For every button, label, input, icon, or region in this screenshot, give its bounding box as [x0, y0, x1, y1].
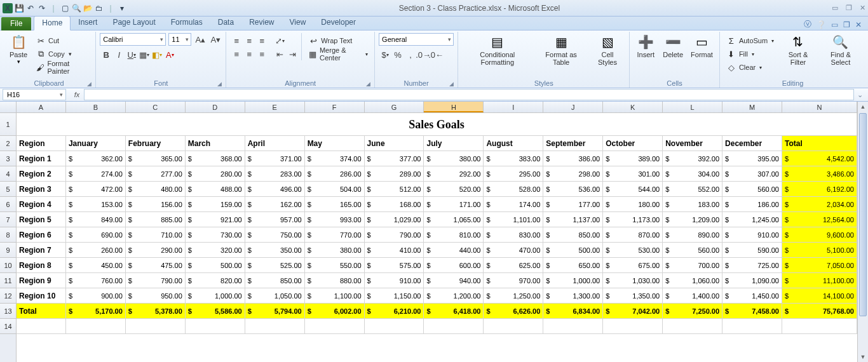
data-cell[interactable]: $536.00 — [543, 182, 603, 197]
ribbon-close-icon[interactable]: ✕ — [855, 20, 862, 29]
data-cell[interactable]: $1,050.00 — [245, 288, 305, 304]
data-cell[interactable]: $1,209.00 — [663, 212, 722, 227]
dec-decimal-icon[interactable]: .0← — [430, 48, 442, 61]
data-cell[interactable]: $286.00 — [305, 166, 365, 182]
number-format-select[interactable]: General — [379, 33, 454, 46]
col-total[interactable]: $7,250.00 — [663, 304, 722, 319]
sort-filter-button[interactable]: ⇅Sort & Filter — [779, 33, 817, 67]
data-cell[interactable]: $970.00 — [484, 273, 543, 288]
row-header-7[interactable]: 7 — [0, 212, 16, 227]
row-total[interactable]: $14,100.00 — [782, 288, 857, 304]
data-cell[interactable]: $910.00 — [722, 227, 782, 243]
col-total[interactable]: $5,586.00 — [186, 304, 245, 319]
data-cell[interactable]: $371.00 — [245, 151, 305, 166]
bold-button[interactable]: B — [100, 48, 112, 61]
row-header-1[interactable]: 1 — [0, 113, 16, 136]
data-cell[interactable]: $950.00 — [126, 288, 186, 304]
data-cell[interactable]: $1,250.00 — [484, 288, 543, 304]
data-cell[interactable]: $675.00 — [603, 258, 663, 273]
data-cell[interactable]: $380.00 — [424, 151, 484, 166]
data-cell[interactable]: $790.00 — [126, 273, 186, 288]
row-header-4[interactable]: 4 — [0, 166, 16, 182]
col-header-C[interactable]: C — [126, 102, 186, 112]
row-total[interactable]: $12,564.00 — [782, 212, 857, 227]
col-total[interactable]: $7,458.00 — [722, 304, 782, 319]
data-cell[interactable]: $544.00 — [603, 182, 663, 197]
header-may[interactable]: May — [305, 136, 365, 151]
row-total[interactable]: $2,034.00 — [782, 197, 857, 212]
copy-button[interactable]: ⧉Copy▾ — [33, 48, 92, 60]
empty-cell[interactable] — [126, 319, 186, 334]
tab-developer[interactable]: Developer — [313, 16, 363, 30]
data-cell[interactable]: $177.00 — [543, 197, 603, 212]
data-cell[interactable]: $1,030.00 — [603, 273, 663, 288]
data-cell[interactable]: $1,090.00 — [722, 273, 782, 288]
data-cell[interactable]: $171.00 — [424, 197, 484, 212]
launcher-icon[interactable]: ◢ — [87, 81, 92, 87]
header-july[interactable]: July — [424, 136, 484, 151]
clear-button[interactable]: ◇Clear▾ — [724, 61, 776, 74]
data-cell[interactable]: $156.00 — [126, 197, 186, 212]
inc-indent-icon[interactable]: ⇥ — [286, 48, 299, 60]
col-total[interactable]: $5,170.00 — [66, 304, 126, 319]
data-cell[interactable]: $470.00 — [484, 243, 543, 258]
region-label[interactable]: Region 2 — [17, 166, 66, 182]
data-cell[interactable]: $1,029.00 — [365, 212, 424, 227]
col-header-L[interactable]: L — [663, 102, 722, 112]
data-cell[interactable]: $625.00 — [484, 258, 543, 273]
data-cell[interactable]: $1,065.00 — [424, 212, 484, 227]
col-header-A[interactable]: A — [17, 102, 66, 112]
data-cell[interactable]: $560.00 — [722, 182, 782, 197]
data-cell[interactable]: $1,350.00 — [603, 288, 663, 304]
empty-cell[interactable] — [365, 319, 424, 334]
data-cell[interactable]: $301.00 — [603, 166, 663, 182]
header-september[interactable]: September — [543, 136, 603, 151]
data-cell[interactable]: $600.00 — [424, 258, 484, 273]
dec-indent-icon[interactable]: ⇤ — [273, 48, 286, 60]
data-cell[interactable]: $590.00 — [722, 243, 782, 258]
data-cell[interactable]: $700.00 — [663, 258, 722, 273]
close-icon[interactable]: ✕ — [860, 4, 865, 12]
data-cell[interactable]: $650.00 — [543, 258, 603, 273]
data-cell[interactable]: $389.00 — [603, 151, 663, 166]
data-cell[interactable]: $1,000.00 — [186, 288, 245, 304]
data-cell[interactable]: $280.00 — [186, 166, 245, 182]
select-all-corner[interactable] — [0, 102, 16, 113]
empty-cell[interactable] — [663, 319, 722, 334]
row-header-2[interactable]: 2 — [0, 136, 16, 151]
print-preview-icon[interactable]: 🔍 — [71, 3, 81, 13]
data-cell[interactable]: $277.00 — [126, 166, 186, 182]
font-color-button[interactable]: A▾ — [163, 48, 176, 61]
data-cell[interactable]: $885.00 — [126, 212, 186, 227]
region-label[interactable]: Region 10 — [17, 288, 66, 304]
header-november[interactable]: November — [663, 136, 722, 151]
data-cell[interactable]: $374.00 — [305, 151, 365, 166]
col-header-N[interactable]: N — [782, 102, 857, 112]
launcher-icon[interactable]: ◢ — [366, 81, 370, 87]
data-cell[interactable]: $1,450.00 — [722, 288, 782, 304]
data-cell[interactable]: $165.00 — [305, 197, 365, 212]
row-header-13[interactable]: 13 — [0, 304, 16, 319]
data-cell[interactable]: $993.00 — [305, 212, 365, 227]
header-january[interactable]: January — [66, 136, 126, 151]
autosum-button[interactable]: ΣAutoSum▾ — [724, 34, 776, 47]
data-cell[interactable]: $488.00 — [186, 182, 245, 197]
data-cell[interactable]: $180.00 — [603, 197, 663, 212]
col-header-B[interactable]: B — [66, 102, 126, 112]
region-label[interactable]: Region 7 — [17, 243, 66, 258]
data-cell[interactable]: $260.00 — [66, 243, 126, 258]
col-header-E[interactable]: E — [245, 102, 305, 112]
scroll-up-icon[interactable]: ▲ — [858, 102, 868, 112]
data-cell[interactable]: $849.00 — [66, 212, 126, 227]
data-cell[interactable]: $307.00 — [722, 166, 782, 182]
empty-cell[interactable] — [484, 319, 543, 334]
data-cell[interactable]: $283.00 — [245, 166, 305, 182]
data-cell[interactable]: $350.00 — [245, 243, 305, 258]
empty-cell[interactable] — [66, 319, 126, 334]
accounting-icon[interactable]: $▾ — [379, 48, 391, 61]
header-june[interactable]: June — [365, 136, 424, 151]
paste-button[interactable]: 📋 Paste ▾ — [6, 33, 31, 66]
tab-formulas[interactable]: Formulas — [163, 16, 210, 30]
col-header-I[interactable]: I — [484, 102, 543, 112]
grow-font-icon[interactable]: A▴ — [194, 33, 207, 46]
